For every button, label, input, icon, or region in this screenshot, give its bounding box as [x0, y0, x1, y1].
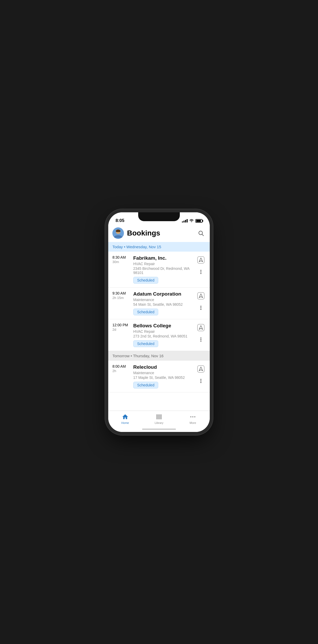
wifi-icon: [189, 219, 194, 223]
booking-time-main: 8:00 AM: [112, 364, 133, 368]
search-button[interactable]: [196, 228, 206, 238]
booking-card: 9:30 AM 2h 15m Adatum Corporation Mainte…: [108, 288, 210, 319]
svg-marker-7: [199, 258, 203, 262]
avatar: [112, 227, 124, 239]
home-indicator: [142, 429, 176, 430]
booking-status[interactable]: Scheduled: [133, 309, 158, 315]
booking-info: Relecloud Maintenance 17 Maple St, Seatt…: [133, 364, 194, 388]
svg-rect-12: [198, 366, 204, 372]
booking-duration: 2h: [112, 369, 133, 373]
svg-marker-13: [199, 367, 203, 371]
booking-status[interactable]: Scheduled: [133, 340, 158, 347]
booking-duration: 2d: [112, 328, 133, 331]
notch: [138, 212, 180, 221]
svg-marker-11: [199, 326, 203, 329]
tab-more[interactable]: More: [176, 413, 210, 424]
tomorrow-label: Tomorrow • Thursday, Nov 16: [112, 354, 163, 358]
booking-service: HVAC Repair: [133, 329, 194, 334]
svg-rect-8: [198, 292, 204, 299]
more-dots-icon: [200, 379, 201, 383]
today-header: Today • Wednesday, Nov 15: [108, 242, 210, 252]
home-icon: [122, 413, 129, 420]
more-dots-icon: [200, 270, 201, 274]
svg-point-21: [194, 416, 195, 417]
booking-name: Fabrikam, Inc.: [133, 255, 194, 261]
booking-address: 2345 Birchwood Dr, Redmond, WA 98101: [133, 266, 194, 275]
booking-duration: 30m: [112, 260, 133, 264]
booking-time-main: 9:30 AM: [112, 291, 133, 295]
tomorrow-header: Tomorrow • Thursday, Nov 16: [108, 351, 210, 361]
navigate-button[interactable]: [196, 323, 206, 332]
tab-more-label: More: [189, 421, 196, 424]
svg-point-19: [190, 416, 191, 417]
navigation-icon: [197, 292, 205, 300]
booking-card: 8:30 AM 30m Fabrikam, Inc. HVAC Repair 2…: [108, 252, 210, 288]
booking-time: 9:30 AM 2h 15m: [112, 291, 133, 315]
more-options-button[interactable]: [196, 376, 206, 386]
booking-status[interactable]: Scheduled: [133, 382, 158, 388]
more-dots-icon: [200, 306, 201, 310]
booking-actions: [196, 255, 206, 284]
today-label: Today • Wednesday, Nov 15: [112, 245, 161, 249]
booking-card: 8:00 AM 2h Relecloud Maintenance 17 Mapl…: [108, 361, 210, 392]
svg-point-20: [192, 416, 193, 417]
booking-time-main: 12:00 PM: [112, 323, 133, 327]
status-icons: [182, 219, 202, 223]
navigate-button[interactable]: [196, 291, 206, 301]
more-dots-icon: [200, 337, 201, 342]
library-icon: [156, 413, 162, 420]
booking-actions: [196, 364, 206, 388]
booking-time: 8:00 AM 2h: [112, 364, 133, 388]
phone-frame: 8:05: [108, 212, 210, 432]
booking-info: Bellows College HVAC Repair 273 2nd St, …: [133, 323, 194, 347]
booking-actions: [196, 291, 206, 315]
more-options-button[interactable]: [196, 303, 206, 313]
svg-rect-6: [198, 257, 204, 263]
svg-rect-18: [161, 414, 162, 419]
svg-line-5: [202, 234, 204, 236]
app-header: Bookings: [108, 225, 210, 242]
svg-rect-17: [160, 414, 160, 419]
booking-service: Maintenance: [133, 298, 194, 302]
navigate-button[interactable]: [196, 364, 206, 374]
tab-library[interactable]: Library: [142, 413, 176, 424]
tab-home-label: Home: [121, 421, 129, 424]
booking-info: Fabrikam, Inc. HVAC Repair 2345 Birchwoo…: [133, 255, 194, 284]
signal-icon: [182, 219, 188, 222]
navigate-button[interactable]: [196, 255, 206, 265]
booking-time: 12:00 PM 2d: [112, 323, 133, 347]
battery-icon: [195, 219, 202, 223]
booking-address: 54 Main St, Seattle, WA 98052: [133, 302, 194, 307]
app-title: Bookings: [127, 229, 196, 237]
more-icon: [189, 413, 196, 420]
booking-address: 17 Maple St, Seattle, WA 98052: [133, 375, 194, 380]
booking-time: 8:30 AM 30m: [112, 255, 133, 284]
more-options-button[interactable]: [196, 267, 206, 277]
status-time: 8:05: [116, 218, 124, 223]
booking-name: Adatum Corporation: [133, 291, 194, 297]
navigation-icon: [197, 365, 205, 373]
svg-rect-10: [198, 324, 204, 331]
booking-time-main: 8:30 AM: [112, 255, 133, 259]
tab-home[interactable]: Home: [108, 413, 142, 424]
svg-rect-16: [159, 414, 159, 419]
booking-info: Adatum Corporation Maintenance 54 Main S…: [133, 291, 194, 315]
booking-service: Maintenance: [133, 371, 194, 375]
tab-library-label: Library: [155, 421, 163, 424]
navigation-icon: [197, 324, 205, 331]
svg-rect-14: [156, 414, 157, 419]
booking-status[interactable]: Scheduled: [133, 277, 158, 284]
svg-rect-15: [158, 414, 158, 419]
phone-screen: 8:05: [108, 212, 210, 432]
booking-service: HVAC Repair: [133, 262, 194, 266]
bookings-list: Today • Wednesday, Nov 15 8:30 AM 30m Fa…: [108, 242, 210, 411]
booking-name: Bellows College: [133, 323, 194, 329]
booking-card: 12:00 PM 2d Bellows College HVAC Repair …: [108, 319, 210, 351]
booking-address: 273 2nd St, Redmond, WA 98051: [133, 334, 194, 338]
booking-actions: [196, 323, 206, 347]
navigation-icon: [197, 256, 205, 264]
avatar-image: [112, 227, 124, 239]
more-options-button[interactable]: [196, 335, 206, 344]
search-icon: [198, 230, 204, 236]
booking-name: Relecloud: [133, 364, 194, 370]
